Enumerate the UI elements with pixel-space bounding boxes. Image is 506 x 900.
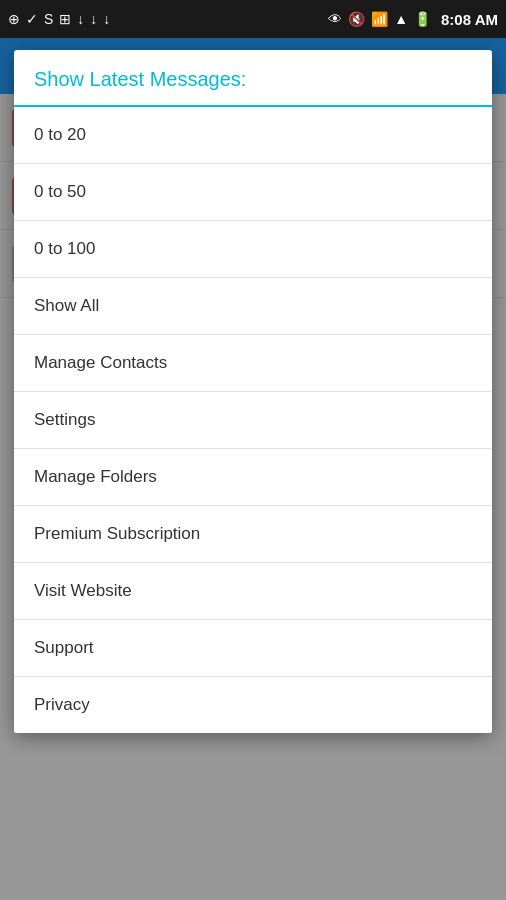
download-icon-3: ↓ bbox=[103, 12, 110, 26]
dialog-item-premium-subscription[interactable]: Premium Subscription bbox=[14, 506, 492, 563]
dialog-item-0-to-20[interactable]: 0 to 20 bbox=[14, 107, 492, 164]
status-icons-left: ⊕ ✓ S ⊞ ↓ ↓ ↓ bbox=[8, 12, 110, 26]
dialog-item-manage-contacts[interactable]: Manage Contacts bbox=[14, 335, 492, 392]
dialog-item-show-all[interactable]: Show All bbox=[14, 278, 492, 335]
dialog-item-manage-folders[interactable]: Manage Folders bbox=[14, 449, 492, 506]
s-icon: S bbox=[44, 12, 53, 26]
signal-icon: ▲ bbox=[394, 12, 408, 26]
mute-icon: 🔇 bbox=[348, 12, 365, 26]
wifi-icon: 📶 bbox=[371, 12, 388, 26]
dialog-title: Show Latest Messages: bbox=[34, 68, 246, 90]
status-bar: ⊕ ✓ S ⊞ ↓ ↓ ↓ 👁 🔇 📶 ▲ 🔋 8:08 AM bbox=[0, 0, 506, 38]
dialog-items-container: 0 to 200 to 500 to 100Show AllManage Con… bbox=[14, 107, 492, 733]
dialog-item-0-to-50[interactable]: 0 to 50 bbox=[14, 164, 492, 221]
dialog-item-support[interactable]: Support bbox=[14, 620, 492, 677]
eye-icon: 👁 bbox=[328, 12, 342, 26]
dialog-item-0-to-100[interactable]: 0 to 100 bbox=[14, 221, 492, 278]
status-icons-right: 👁 🔇 📶 ▲ 🔋 8:08 AM bbox=[328, 11, 498, 28]
download-icon-1: ↓ bbox=[77, 12, 84, 26]
dialog-header: Show Latest Messages: bbox=[14, 50, 492, 107]
dropdown-dialog: Show Latest Messages: 0 to 200 to 500 to… bbox=[14, 50, 492, 733]
dialog-item-privacy[interactable]: Privacy bbox=[14, 677, 492, 733]
status-time: 8:08 AM bbox=[441, 11, 498, 28]
battery-icon: 🔋 bbox=[414, 12, 431, 26]
app-icon-1: ⊞ bbox=[59, 12, 71, 26]
dialog-item-settings[interactable]: Settings bbox=[14, 392, 492, 449]
dialog-item-visit-website[interactable]: Visit Website bbox=[14, 563, 492, 620]
add-icon: ⊕ bbox=[8, 12, 20, 26]
usb-icon: ✓ bbox=[26, 12, 38, 26]
download-icon-2: ↓ bbox=[90, 12, 97, 26]
